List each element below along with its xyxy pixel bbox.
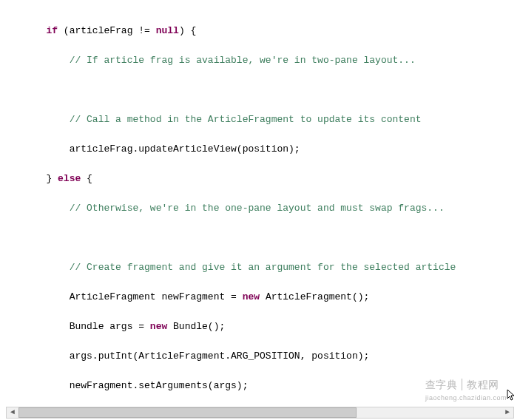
code-text: articleFrag.updateArticleView(position); xyxy=(70,143,300,155)
code-text: (articleFrag != xyxy=(58,25,156,36)
code-text: args = xyxy=(104,321,149,332)
code-text: newFragment = xyxy=(156,291,243,302)
code-text: args.putInt(ArticleFragment.ARG_POSITION… xyxy=(70,350,370,362)
keyword-new: new xyxy=(243,291,260,302)
type-name: Bundle xyxy=(70,321,104,332)
indent xyxy=(0,380,70,391)
type-name: ArticleFragment xyxy=(70,291,156,302)
indent xyxy=(0,350,70,362)
scrollbar-thumb[interactable] xyxy=(18,407,357,418)
code-text: ) { xyxy=(179,25,196,36)
indent xyxy=(0,114,70,125)
code-text: newFragment.setArguments(args); xyxy=(70,380,249,391)
indent xyxy=(0,262,70,273)
keyword-null: null xyxy=(156,25,179,36)
scrollbar-track[interactable] xyxy=(18,407,502,418)
scroll-left-arrow-icon[interactable]: ◄ xyxy=(7,407,18,418)
horizontal-scrollbar[interactable]: ◄ ► xyxy=(6,407,514,419)
comment: // If article frag is available, we're i… xyxy=(70,55,416,66)
indent xyxy=(0,143,70,155)
code-text: ArticleFragment(); xyxy=(260,291,369,302)
indent xyxy=(0,203,70,214)
indent xyxy=(0,321,70,332)
indent xyxy=(0,55,70,66)
keyword-new: new xyxy=(150,321,167,332)
comment: // Otherwise, we're in the one-pane layo… xyxy=(70,203,445,214)
code-block: if (articleFrag != null) { // If article… xyxy=(0,0,520,420)
comment: // Create fragment and give it an argume… xyxy=(70,262,456,273)
scroll-right-arrow-icon[interactable]: ► xyxy=(502,407,513,418)
keyword-if: if xyxy=(46,25,58,36)
comment: // Call a method in the ArticleFragment … xyxy=(70,114,422,125)
indent xyxy=(0,25,46,36)
code-text: } xyxy=(46,173,58,184)
code-text: Bundle(); xyxy=(167,321,225,332)
indent xyxy=(0,173,46,184)
code-text: { xyxy=(81,173,92,184)
indent xyxy=(0,291,70,302)
keyword-else: else xyxy=(58,173,81,184)
